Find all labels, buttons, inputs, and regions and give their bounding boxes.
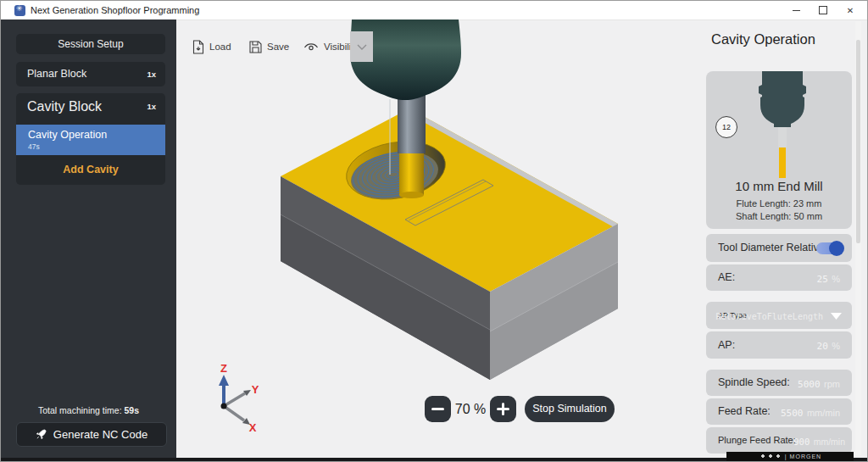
spindle-speed-value: 5000 (798, 379, 821, 390)
axis-triad: Z Y X (219, 362, 259, 434)
total-machining-time: Total machining time: 59s (1, 405, 176, 415)
zoom-out-button[interactable] (425, 396, 451, 422)
panel-title: Cavity Operation (711, 31, 815, 47)
ae-field[interactable]: AE: 25 % (706, 264, 852, 291)
cavity-block-group: Cavity Block 1x Cavity Operation 47s Add… (16, 93, 165, 185)
partner-logo-icon (759, 454, 781, 459)
visibility-dropdown-button[interactable] (350, 31, 373, 62)
feed-rate-field[interactable]: Feed Rate: 5500 mm/min (706, 398, 852, 425)
titlebar: ✳ Next Generation Shopfloor Programming … (1, 1, 867, 20)
feed-rate-label: Feed Rate: (718, 398, 771, 425)
ae-unit: % (832, 274, 840, 284)
chevron-down-icon (357, 44, 367, 50)
sidebar-item-session-setup[interactable]: Session Setup (16, 34, 165, 54)
tool-diameter-relative-label: Tool Diameter Relative (718, 234, 825, 262)
sidebar-item-planar-block[interactable]: Planar Block 1x (16, 62, 165, 86)
plunge-feed-rate-field[interactable]: Plunge Feed Rate: 900 mm/min (706, 427, 852, 454)
generate-nc-code-button[interactable]: Generate NC Code (16, 422, 167, 447)
total-machining-time-value: 59s (125, 405, 140, 415)
window-controls: ✕ (782, 1, 864, 19)
save-floppy-icon (249, 41, 262, 53)
toggle-knob (829, 241, 844, 256)
feed-rate-unit: mm/min (807, 408, 840, 418)
maximize-icon (819, 6, 827, 14)
tool-diameter-relative-toggle[interactable] (816, 242, 842, 254)
tool-card[interactable]: 12 10 mm End Mill Flute Length: 23 mm Sh… (706, 71, 852, 229)
tool-flute-length: Flute Length: 23 mm (706, 198, 852, 209)
plunge-feed-rate-label: Plunge Feed Rate: (718, 427, 796, 454)
load-button[interactable]: Load (192, 36, 231, 57)
save-button[interactable]: Save (249, 36, 289, 57)
ae-label: AE: (718, 264, 735, 291)
partner-logo-bar: | MORGEN (726, 452, 854, 462)
cavity-block-count-badge: 1x (147, 93, 156, 120)
zoom-level: 70 % (453, 396, 488, 422)
maximize-button[interactable] (810, 1, 837, 19)
close-button[interactable]: ✕ (837, 1, 864, 19)
ap-unit: % (832, 341, 840, 351)
sidebar: Session Setup Planar Block 1x Cavity Blo… (1, 19, 176, 462)
spindle-speed-label: Spindle Speed: (718, 370, 790, 396)
cavity-operation-label: Cavity Operation (28, 129, 107, 141)
axis-z-label: Z (220, 362, 227, 375)
tool-shaft-length: Shaft Length: 50 mm (706, 211, 852, 221)
chevron-down-icon (831, 313, 842, 320)
sidebar-item-cavity-block[interactable]: Cavity Block 1x (16, 93, 165, 120)
axis-y-label: Y (252, 383, 259, 396)
ap-type-value: RelativeToFluteLength (716, 312, 823, 321)
rocket-icon (36, 429, 47, 440)
tool-preview-graphic (750, 71, 815, 181)
tool-number-badge: 12 (715, 116, 737, 138)
planar-block-label: Planar Block (27, 62, 86, 86)
window-title: Next Generation Shopfloor Programming (31, 5, 199, 15)
sidebar-item-cavity-operation[interactable]: Cavity Operation 47s (16, 125, 165, 155)
panel-scrollbar[interactable] (855, 21, 861, 455)
stop-simulation-button[interactable]: Stop Simulation (525, 396, 615, 422)
tool-diameter-relative-row: Tool Diameter Relative (706, 234, 852, 262)
panel-scrollbar-thumb[interactable] (856, 40, 860, 243)
ap-field[interactable]: AP: 20 % (706, 331, 852, 359)
plunge-feed-rate-unit: mm/min (814, 437, 845, 447)
stock-block (281, 109, 618, 380)
cavity-block-label: Cavity Block (27, 93, 102, 120)
visibility-eye-icon (303, 42, 319, 52)
save-label: Save (267, 42, 289, 52)
ap-type-dropdown[interactable]: AP Type RelativeToFluteLength (706, 302, 852, 329)
plunge-feed-rate-value: 900 (793, 437, 810, 447)
app-logo-icon: ✳ (14, 5, 25, 16)
ae-value: 25 (817, 274, 828, 285)
cavity-operation-duration: 47s (28, 142, 40, 151)
zoom-in-button[interactable] (490, 396, 516, 422)
ap-label: AP: (718, 331, 735, 359)
load-file-icon (192, 40, 204, 54)
spindle-speed-field[interactable]: Spindle Speed: 5000 rpm (706, 370, 852, 396)
axis-x-label: X (249, 421, 257, 434)
app-window: ✳ Next Generation Shopfloor Programming … (0, 0, 868, 462)
viewport-3d[interactable]: Z Y X (176, 19, 704, 459)
tool-name: 10 mm End Mill (706, 179, 852, 193)
load-label: Load (209, 42, 231, 52)
feed-rate-value: 5500 (781, 408, 804, 419)
planar-block-count-badge: 1x (147, 62, 156, 86)
minimize-icon (793, 10, 800, 11)
spindle-speed-unit: rpm (824, 379, 840, 389)
ap-value: 20 (817, 341, 828, 352)
plus-icon-v (502, 403, 504, 415)
minimize-button[interactable] (782, 1, 810, 19)
add-cavity-button[interactable]: Add Cavity (16, 155, 165, 185)
minus-icon (431, 408, 444, 410)
generate-nc-code-label: Generate NC Code (53, 428, 147, 441)
partner-logo-text: | MORGEN (785, 454, 821, 459)
